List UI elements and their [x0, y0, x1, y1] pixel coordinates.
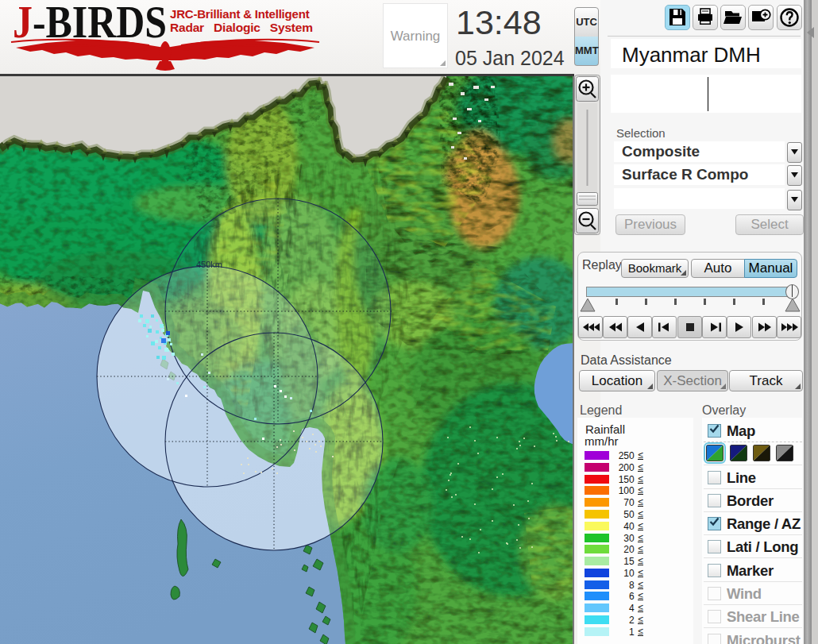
- svg-text:450km: 450km: [196, 260, 222, 269]
